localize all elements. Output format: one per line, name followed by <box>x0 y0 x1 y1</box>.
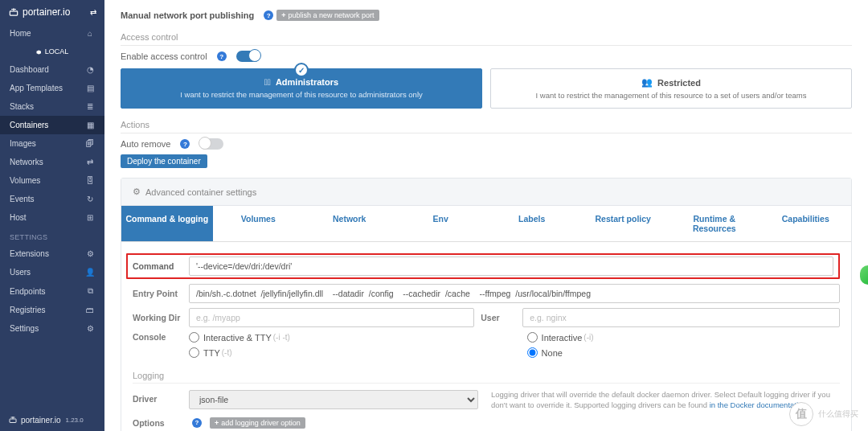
nav-networks[interactable]: Networks⇄ <box>0 153 104 171</box>
publish-port-button[interactable]: +publish a new network port <box>276 10 379 21</box>
nav-home[interactable]: Home⌂ <box>0 24 104 43</box>
card-administrators[interactable]: ✓ 👁̶Administrators I want to restrict th… <box>121 68 482 109</box>
nav-volumes[interactable]: Volumes🗄 <box>0 171 104 190</box>
tab-runtime-resources[interactable]: Runtime & Resources <box>669 206 760 241</box>
driver-row: Driver json-file Logging driver that wil… <box>121 384 851 411</box>
logging-options-label: Options <box>133 418 189 428</box>
advanced-header: Advanced container settings <box>121 179 851 206</box>
eye-slash-icon: 👁̶ <box>264 77 271 87</box>
console-row: Console Interactive & TTY(-i -t) TTY(-t)… <box>133 332 840 359</box>
advanced-settings: Advanced container settings Command & lo… <box>121 178 852 431</box>
plus-icon: + <box>215 419 219 427</box>
footer-logo-icon <box>8 415 18 425</box>
side-tab[interactable] <box>860 265 868 285</box>
check-icon: ✓ <box>294 63 309 77</box>
entrypoint-label: Entry Point <box>133 289 189 298</box>
nav-containers[interactable]: Containers▦ <box>0 116 104 134</box>
tab-labels[interactable]: Labels <box>486 206 578 241</box>
nav-extensions[interactable]: Extensions⚙ <box>0 244 104 263</box>
auto-remove-label: Auto remove <box>121 139 170 149</box>
nav-images[interactable]: Images🗐 <box>0 134 104 153</box>
workdir-user-row: Working Dir User <box>133 308 840 327</box>
auto-remove-toggle[interactable] <box>199 138 223 150</box>
networks-icon: ⇄ <box>85 158 95 166</box>
command-input[interactable] <box>189 257 833 276</box>
tab-command-logging[interactable]: Command & logging <box>121 206 213 241</box>
command-label: Command <box>133 261 189 271</box>
help-icon[interactable]: ? <box>217 51 227 61</box>
actions-title: Actions <box>121 115 852 133</box>
console-interactive-tty[interactable]: Interactive & TTY(-i -t) <box>189 332 290 343</box>
port-publish-row: Manual network port publishing ? +publis… <box>121 10 852 21</box>
entrypoint-input[interactable] <box>189 284 840 303</box>
dashboard-icon: ◔ <box>85 65 95 74</box>
add-logging-option-button[interactable]: +add logging driver option <box>210 417 305 429</box>
deploy-button[interactable]: Deploy the container <box>121 154 207 168</box>
watermark: 值 什么值得买 <box>789 402 858 426</box>
driver-label: Driver <box>133 390 189 404</box>
tab-capabilities[interactable]: Capabilities <box>760 206 852 241</box>
endpoints-icon: ⧉ <box>85 286 95 296</box>
tab-network[interactable]: Network <box>304 206 395 241</box>
nav-app-templates[interactable]: App Templates▤ <box>0 79 104 97</box>
access-control-title: Access control <box>121 27 852 46</box>
driver-select[interactable]: json-file <box>189 390 478 409</box>
volumes-icon: 🗄 <box>85 176 95 185</box>
help-icon[interactable]: ? <box>264 10 273 20</box>
help-icon[interactable]: ? <box>180 139 190 149</box>
gear-icon <box>133 187 141 197</box>
stacks-icon: ≣ <box>85 102 95 111</box>
nav-stacks[interactable]: Stacks≣ <box>0 97 104 116</box>
nav-events[interactable]: Events↻ <box>0 190 104 208</box>
card-restricted[interactable]: 👥Restricted I want to restrict the manag… <box>490 68 852 109</box>
enable-access-label: Enable access control <box>121 51 207 61</box>
main-content: Manual network port publishing ? +publis… <box>104 0 868 431</box>
svg-rect-1 <box>10 419 16 423</box>
command-row: Command <box>126 253 840 279</box>
extensions-icon: ⚙ <box>85 249 95 258</box>
home-icon: ⌂ <box>85 29 95 38</box>
swap-icon[interactable]: ⇄ <box>90 8 96 17</box>
nav-endpoints[interactable]: Endpoints⧉ <box>0 281 104 301</box>
gear-icon <box>85 324 95 333</box>
containers-icon: ▦ <box>85 121 95 129</box>
nav-users[interactable]: Users👤 <box>0 263 104 281</box>
entrypoint-row: Entry Point <box>133 284 840 303</box>
nav-settings[interactable]: Settings <box>0 319 104 338</box>
enable-access-row: Enable access control ? <box>121 51 852 62</box>
user-label: User <box>474 313 522 322</box>
watermark-badge: 值 <box>789 402 813 426</box>
sidebar: portainer.io ⇄ Home⌂ LOCAL Dashboard◔ Ap… <box>0 0 104 431</box>
advanced-tabs: Command & logging Volumes Network Env La… <box>121 206 851 242</box>
user-input[interactable] <box>522 308 840 327</box>
nav-host[interactable]: Host⊞ <box>0 208 104 227</box>
logging-options-row: Options ? +add logging driver option <box>121 411 851 429</box>
plus-icon: + <box>281 11 285 19</box>
tab-restart-policy[interactable]: Restart policy <box>578 206 669 241</box>
nav: Home⌂ LOCAL Dashboard◔ App Templates▤ St… <box>0 24 104 408</box>
logo-icon <box>8 6 19 18</box>
host-icon: ⊞ <box>85 213 95 222</box>
help-icon[interactable]: ? <box>192 418 202 428</box>
sidebar-footer: portainer.io 1.23.0 <box>0 408 104 431</box>
console-tty[interactable]: TTY(-t) <box>189 347 232 358</box>
tab-env[interactable]: Env <box>395 206 487 241</box>
nav-dashboard[interactable]: Dashboard◔ <box>0 60 104 79</box>
workdir-input[interactable] <box>189 308 474 327</box>
port-publish-label: Manual network port publishing <box>121 10 254 20</box>
logging-title: Logging <box>133 367 840 384</box>
users-icon: 👤 <box>85 268 95 277</box>
workdir-label: Working Dir <box>133 313 189 322</box>
brand: portainer.io ⇄ <box>0 0 104 24</box>
console-interactive[interactable]: Interactive(-i) <box>527 332 594 343</box>
templates-icon: ▤ <box>85 84 95 92</box>
auto-remove-row: Auto remove ? <box>121 138 852 150</box>
nav-local[interactable]: LOCAL <box>0 43 104 60</box>
enable-access-toggle[interactable] <box>236 51 260 62</box>
brand-name: portainer.io <box>23 6 70 18</box>
console-none[interactable]: None <box>527 347 563 358</box>
svg-rect-0 <box>10 11 17 15</box>
tab-volumes[interactable]: Volumes <box>213 206 305 241</box>
nav-registries[interactable]: Registries🗃 <box>0 301 104 319</box>
console-label: Console <box>133 332 189 342</box>
